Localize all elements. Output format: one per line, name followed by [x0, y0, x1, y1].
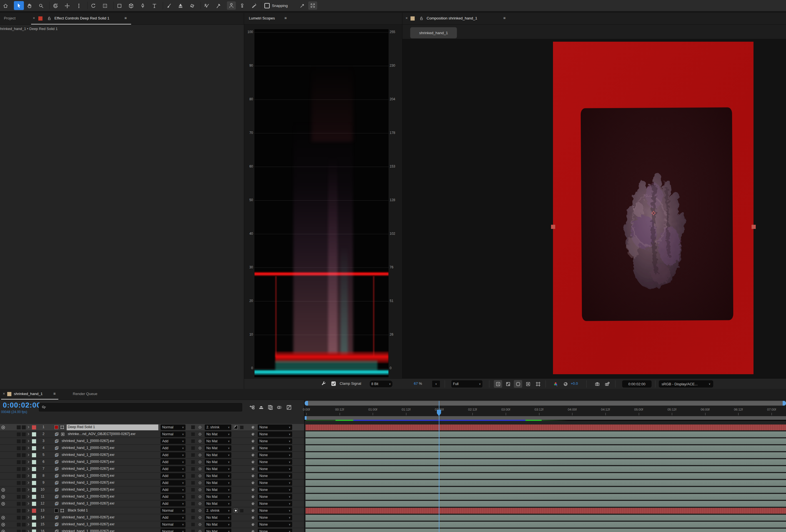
sqinsq-button[interactable]	[524, 380, 532, 388]
parent-link-dropdown[interactable]: None∨	[258, 522, 292, 527]
cropmarks-button[interactable]	[534, 380, 542, 388]
track-row[interactable]	[305, 493, 786, 500]
track-matte-dropdown[interactable]: No Mat∨	[205, 452, 231, 458]
layer-row[interactable]: 15shrinked_hand_1_[0000-0267].exrNormal∨…	[0, 521, 304, 528]
home-tool[interactable]	[2, 2, 9, 9]
panel-menu-icon[interactable]: ≡	[503, 16, 506, 20]
track-matte-dropdown[interactable]: No Mat∨	[205, 459, 231, 465]
track-row[interactable]	[305, 528, 786, 532]
puppet-starch-pin-tool[interactable]	[239, 2, 246, 9]
checker-button[interactable]	[504, 380, 512, 388]
layer-row[interactable]: 6shrinked_hand_1_[0000-0267].exrAdd∨No M…	[0, 459, 304, 466]
matte-mode-icon[interactable]	[233, 425, 238, 431]
rotation-tool[interactable]	[90, 2, 97, 9]
orbit-tool[interactable]	[52, 2, 59, 9]
layer-switch-cell[interactable]	[17, 425, 21, 430]
layer-switch-cell[interactable]	[17, 446, 21, 450]
mode-dropdown[interactable]: Normal∨	[161, 508, 186, 513]
anchor-point-crosshair[interactable]	[651, 211, 656, 215]
track-row[interactable]	[305, 521, 786, 528]
selection-tool[interactable]	[14, 1, 24, 10]
time-ruler[interactable]: 0:00f00:12f01:00f01:12f02:00f02:12f03:00…	[305, 406, 786, 416]
track-row[interactable]	[305, 424, 786, 431]
layer-visibility-eye[interactable]	[1, 494, 5, 500]
layer-name[interactable]: shrinked_hand_1_[0000-0267].exr	[62, 488, 114, 491]
zoom-tool[interactable]	[38, 2, 44, 9]
matte-extra-cell[interactable]	[240, 509, 244, 513]
layer-handle-left[interactable]	[551, 225, 555, 229]
preserve-transparency-cell[interactable]	[191, 502, 195, 506]
preserve-transparency-cell[interactable]	[191, 474, 195, 478]
layer-switch-cell[interactable]	[22, 488, 26, 492]
layer-expander[interactable]	[27, 425, 30, 430]
preserve-transparency-cell[interactable]	[191, 432, 195, 436]
rectangle-tool[interactable]	[116, 2, 123, 9]
parent-link-dropdown[interactable]: None∨	[258, 445, 292, 451]
layer-switch-cell[interactable]	[22, 453, 26, 457]
preserve-transparency-cell[interactable]	[191, 425, 195, 429]
track-row[interactable]	[305, 472, 786, 480]
navigator-start-handle[interactable]	[305, 401, 308, 406]
composition-chip[interactable]: shrinked_hand_1	[410, 27, 457, 38]
layer-visibility-eye[interactable]	[1, 529, 5, 532]
mode-dropdown[interactable]: Add∨	[161, 438, 186, 444]
parent-pickwhip[interactable]	[251, 481, 255, 486]
frameblend-toggle[interactable]	[267, 403, 274, 411]
camera-button[interactable]	[593, 380, 601, 388]
lock-icon[interactable]	[47, 16, 51, 21]
parent-link-dropdown[interactable]: None∨	[258, 432, 292, 437]
preserve-transparency-cell[interactable]	[191, 495, 195, 499]
layer-visibility-eye[interactable]	[1, 488, 5, 493]
track-matte-pickwhip[interactable]	[198, 453, 202, 458]
layer-row[interactable]: 12shrinked_hand_1_[0000-0267].exrAdd∨No …	[0, 500, 304, 507]
tab-render-queue[interactable]: Render Queue	[73, 392, 97, 396]
parent-pickwhip[interactable]	[251, 508, 255, 514]
track-row[interactable]	[305, 438, 786, 445]
tab-composition[interactable]: Composition shrinked_hand_1	[426, 16, 477, 20]
parent-pickwhip[interactable]	[251, 529, 255, 532]
layer-expander[interactable]	[27, 502, 30, 506]
layer-switch-cell[interactable]	[22, 502, 26, 506]
layer-expander[interactable]	[27, 523, 30, 527]
track-row[interactable]	[305, 452, 786, 459]
layer-visibility-empty[interactable]	[1, 446, 5, 450]
layer-switch-cell[interactable]	[22, 516, 26, 520]
layer-expander[interactable]	[27, 530, 30, 532]
track-row[interactable]	[305, 431, 786, 438]
preserve-transparency-cell[interactable]	[191, 460, 195, 464]
layer-row[interactable]: 13Black Solid 1Normal∨2. shrink∨None∨	[0, 507, 304, 514]
layer-switch-cell[interactable]	[17, 432, 21, 436]
mode-dropdown[interactable]: Add∨	[161, 473, 186, 479]
camgear-button[interactable]	[603, 380, 611, 388]
mode-dropdown[interactable]: Normal∨	[161, 529, 186, 532]
draft3d-toggle[interactable]	[257, 403, 265, 411]
lock-icon[interactable]	[419, 16, 423, 21]
layer-duration-bar[interactable]	[305, 508, 786, 514]
layer-handle-right[interactable]	[752, 225, 756, 229]
layer-expander[interactable]	[27, 516, 30, 520]
layer-row[interactable]: 5shrinked_hand_1_[0000-0267].exrAdd∨No M…	[0, 452, 304, 459]
layer-visibility-eye[interactable]	[1, 425, 5, 431]
track-matte-dropdown[interactable]: 2. shrink∨	[205, 508, 231, 513]
parent-pickwhip[interactable]	[251, 494, 255, 500]
track-matte-pickwhip[interactable]	[198, 508, 202, 514]
motionblur-toggle[interactable]	[276, 403, 283, 411]
layer-row[interactable]: 4shrinked_hand_1_[0000-0267].exrAdd∨No M…	[0, 445, 304, 452]
layer-switch-cell[interactable]	[22, 474, 26, 478]
layer-expander[interactable]	[27, 488, 30, 492]
layer-switch-cell[interactable]	[17, 502, 21, 506]
layer-expander[interactable]	[27, 460, 30, 464]
track-matte-pickwhip[interactable]	[198, 515, 202, 521]
layer-switch-cell[interactable]	[17, 474, 21, 478]
parent-pickwhip[interactable]	[251, 425, 255, 430]
parent-pickwhip[interactable]	[251, 502, 255, 507]
layer-duration-bar[interactable]	[305, 445, 786, 451]
layer-switch-cell[interactable]	[17, 453, 21, 457]
parent-pickwhip[interactable]	[251, 432, 255, 437]
preserve-transparency-cell[interactable]	[191, 523, 195, 527]
graph-toggle[interactable]	[285, 403, 293, 411]
zoom-dropdown-button[interactable]: ∨	[432, 380, 440, 387]
layer-name[interactable]: Deep Red Solid 1	[68, 425, 95, 429]
layer-row[interactable]: 8shrinked_hand_1_[0000-0267].exrAdd∨No M…	[0, 472, 304, 480]
tab-project[interactable]: Project	[4, 16, 16, 20]
